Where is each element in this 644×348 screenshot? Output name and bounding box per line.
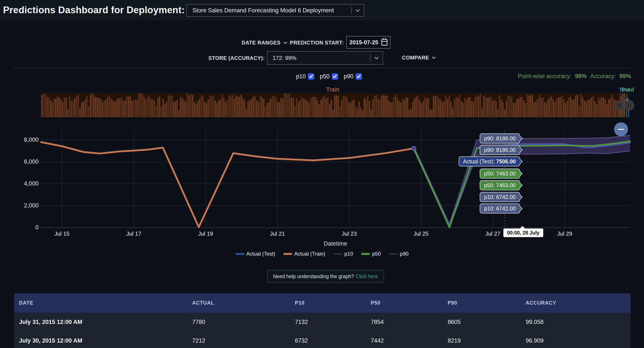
cell-accuracy: 99.058	[526, 313, 544, 331]
legend-label: p10	[344, 251, 353, 257]
x-tick-label: Jul 17	[126, 230, 141, 237]
zoom-out-button[interactable]	[614, 122, 628, 136]
cell-p10: 7132	[295, 313, 308, 331]
legend-swatch	[389, 254, 398, 254]
tooltip-3: Actual (Test): 7506.00	[459, 156, 520, 166]
cell-date: July 30, 2015 12:00 AM	[19, 331, 82, 348]
help-text: Need help understanding the graph?	[273, 274, 354, 279]
legend-label: Actual (Test)	[246, 251, 275, 257]
column-header-accuracy[interactable]: ACCURACY	[526, 293, 556, 313]
cell-p90: 8605	[448, 313, 461, 331]
column-header-p10[interactable]: P10	[295, 293, 305, 313]
legend-swatch	[334, 254, 342, 254]
cell-p90: 8219	[448, 331, 461, 348]
x-tick-label: Jul 29	[557, 230, 572, 237]
cell-actual: 7780	[192, 313, 205, 331]
x-tick-label: Jul 19	[198, 230, 213, 237]
column-header-p50[interactable]: P50	[371, 293, 380, 313]
column-header-date[interactable]: DATE	[19, 293, 33, 313]
legend-item-p10[interactable]: p10	[334, 251, 353, 257]
y-tick-label: 4,000	[12, 180, 38, 187]
legend-swatch	[284, 253, 292, 255]
column-header-actual[interactable]: ACTUAL	[192, 293, 214, 313]
table-header: DATEACTUALP10P50P90ACCURACY	[14, 293, 630, 313]
x-tick-label: Jul 21	[270, 230, 285, 237]
legend-label: p90	[400, 251, 408, 257]
table-row: July 30, 2015 12:00 AM721267327442821996…	[14, 331, 630, 348]
y-tick-label: 2,000	[12, 202, 38, 209]
help-link[interactable]: Click here	[356, 274, 378, 279]
table-body: July 31, 2015 12:00 AM778071327854860599…	[14, 313, 630, 348]
y-tick-label: 6,000	[12, 158, 38, 165]
legend-item-actual-train-[interactable]: Actual (Train)	[284, 251, 325, 257]
minus-icon	[618, 129, 624, 130]
y-tick-label: 8,000	[12, 136, 38, 143]
legend-swatch	[361, 253, 370, 255]
tooltip-1: p90: 8186.00	[480, 133, 520, 143]
predictions-table: DATEACTUALP10P50P90ACCURACY July 31, 201…	[14, 293, 630, 348]
x-tick-label: Jul 15	[54, 230, 69, 237]
cell-date: July 31, 2015 12:00 AM	[19, 313, 82, 331]
cell-p50: 7854	[371, 313, 384, 331]
legend-item-actual-test-[interactable]: Actual (Test)	[236, 251, 275, 257]
column-header-p90[interactable]: P90	[448, 293, 458, 313]
legend-label: p50	[372, 251, 381, 257]
x-tick-label: Jul 23	[342, 230, 357, 237]
legend-swatch	[236, 253, 244, 255]
legend-label: Actual (Train)	[294, 251, 325, 257]
chart-legend: Actual (Test)Actual (Train)p10p50p90	[0, 251, 644, 257]
tooltip-6: p10: 6742.00	[480, 192, 520, 202]
tooltip-7: p10: 6742.00	[480, 204, 520, 214]
hover-date-tooltip: 00:00, 28 July	[503, 229, 543, 237]
tooltip-2: p90: 8186.00	[480, 145, 520, 155]
cell-p10: 6732	[295, 331, 308, 348]
legend-item-p50[interactable]: p50	[361, 251, 381, 257]
x-axis-title: Datetime	[324, 240, 347, 247]
tooltip-5: p50: 7463.00	[480, 180, 520, 190]
cell-actual: 7212	[192, 331, 205, 348]
predictions-dashboard: Predictions Dashboard for Deployment: St…	[0, 0, 644, 348]
cell-accuracy: 96.909	[526, 331, 544, 348]
cell-p50: 7442	[371, 331, 384, 348]
legend-item-p90[interactable]: p90	[389, 251, 408, 257]
tooltip-4: p50: 7463.00	[480, 168, 520, 179]
x-tick-label: Jul 27	[486, 230, 500, 237]
x-tick-label: Jul 25	[414, 230, 428, 237]
table-row: July 31, 2015 12:00 AM778071327854860599…	[14, 313, 630, 331]
y-tick-label: 0	[12, 224, 38, 231]
help-button[interactable]: Need help understanding the graph? Click…	[267, 270, 384, 283]
